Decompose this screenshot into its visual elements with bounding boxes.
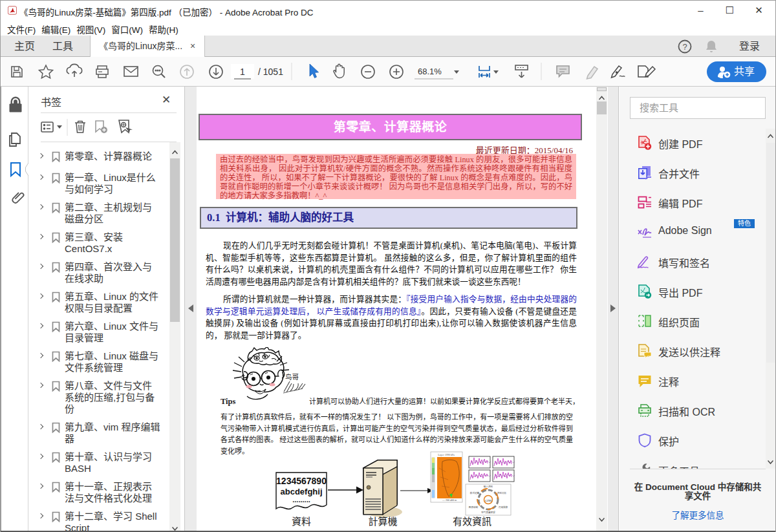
- svg-text:输入资料: 输入资料: [484, 485, 493, 488]
- svg-text:鸟哥: 鸟哥: [285, 373, 299, 381]
- svg-text:/ 1051: / 1051: [258, 67, 283, 77]
- svg-text:有效資訊: 有效資訊: [453, 516, 491, 527]
- svg-text:1: 1: [240, 67, 245, 77]
- svg-text:1234567890: 1234567890: [276, 476, 327, 486]
- svg-text:资料分析: 资料分析: [497, 491, 507, 495]
- svg-text:图表绘制: 图表绘制: [469, 505, 479, 509]
- svg-text:.........: .........: [292, 496, 310, 504]
- svg-text:模式运算: 模式运算: [470, 491, 480, 495]
- svg-text:空气质量预报: 空气质量预报: [481, 511, 495, 514]
- svg-text:68.1%: 68.1%: [418, 67, 442, 76]
- svg-text:GIM: GIM: [485, 499, 491, 502]
- svg-text:Layer 1998 hPa: Layer 1998 hPa: [438, 453, 455, 456]
- svg-text:?: ?: [682, 42, 687, 52]
- svg-text:污染排放: 污染排放: [499, 505, 508, 509]
- svg-text:資料: 資料: [292, 516, 311, 527]
- svg-text:計算機: 計算機: [368, 516, 397, 527]
- svg-text:— 200 400 m: — 200 400 m: [442, 498, 457, 502]
- svg-text:abcdefghij: abcdefghij: [280, 487, 322, 496]
